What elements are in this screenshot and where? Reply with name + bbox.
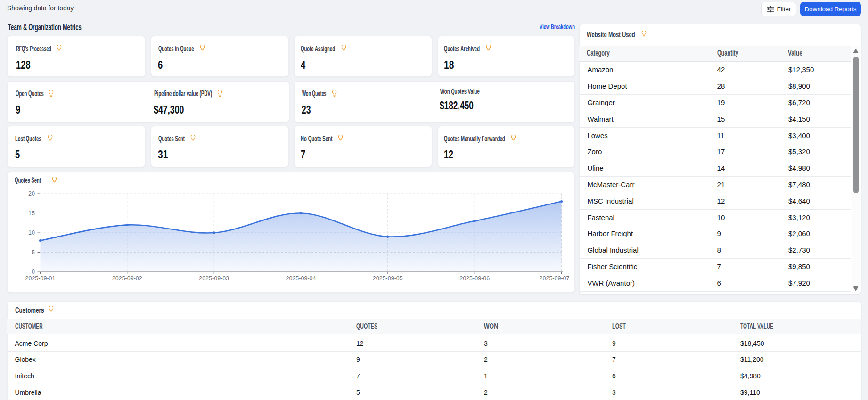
svg-text:2025-09-02: 2025-09-02	[112, 275, 142, 282]
svg-text:20: 20	[28, 190, 35, 197]
svg-text:0: 0	[32, 269, 35, 275]
svg-text:2025-09-06: 2025-09-06	[459, 275, 490, 282]
svg-text:2025-09-04: 2025-09-04	[286, 275, 316, 282]
svg-text:2025-09-07: 2025-09-07	[540, 275, 570, 282]
svg-text:2025-09-03: 2025-09-03	[199, 275, 229, 282]
svg-text:10: 10	[28, 229, 35, 236]
svg-text:2025-09-01: 2025-09-01	[25, 275, 56, 282]
svg-text:5: 5	[32, 249, 35, 256]
svg-text:2025-09-05: 2025-09-05	[373, 275, 403, 282]
svg-text:15: 15	[28, 210, 35, 217]
